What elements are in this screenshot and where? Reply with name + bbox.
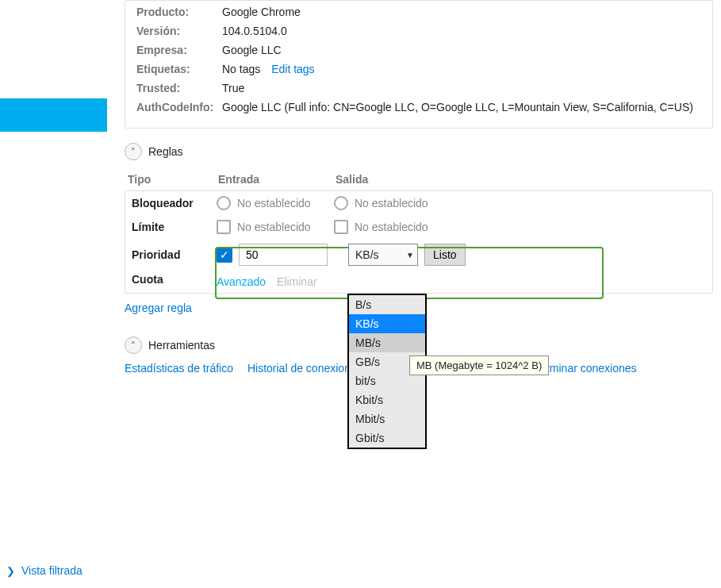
tool-link-end-connections[interactable]: Terminar conexiones <box>534 362 636 375</box>
radio-empty-icon <box>334 196 348 210</box>
check-icon: ✓ <box>220 248 229 261</box>
chevron-down-icon: ▼ <box>406 251 414 259</box>
label-empresa: Empresa: <box>136 44 222 56</box>
label-trusted: Trusted: <box>136 82 222 94</box>
info-card: Producto: Google Chrome Versión: 104.0.5… <box>125 0 713 129</box>
priority-unit-select[interactable]: KB/s ▼ <box>348 244 418 266</box>
unit-tooltip: MB (Megabyte = 1024^2 B) <box>409 355 549 375</box>
rule-row-limite: Límite No establecido No establecido <box>125 215 712 239</box>
priority-delete-link[interactable]: Eliminar <box>277 275 317 288</box>
value-trusted: True <box>222 82 701 94</box>
edit-tags-link[interactable]: Edit tags <box>271 63 314 75</box>
unit-option[interactable]: KB/s <box>349 314 425 333</box>
header-entrada: Entrada <box>218 173 336 186</box>
unit-option[interactable]: Gbit/s <box>349 429 425 448</box>
value-etiquetas: No tags <box>222 63 260 75</box>
rule-label-limite: Límite <box>125 221 217 233</box>
rule-row-prioridad: Prioridad ✓ KB/s ▼ Listo <box>125 239 712 271</box>
label-version: Versión: <box>136 25 222 37</box>
sidebar-active-item[interactable] <box>0 98 107 132</box>
chevron-up-icon: ˄ <box>131 340 136 351</box>
bloqueador-entrada-cell[interactable]: No establecido <box>217 196 334 210</box>
chevron-up-icon: ˄ <box>131 147 136 157</box>
priority-unit-selected: KB/s <box>355 248 379 261</box>
limite-salida-cell[interactable]: No establecido <box>334 220 451 234</box>
rules-section-title: Reglas <box>148 145 183 158</box>
priority-done-button[interactable]: Listo <box>424 244 466 266</box>
bloqueador-salida-cell[interactable]: No establecido <box>334 196 451 210</box>
limite-entrada-cell[interactable]: No establecido <box>217 220 334 234</box>
filtered-view-link[interactable]: ❯ Vista filtrada <box>6 564 82 577</box>
label-authcode: AuthCodeInfo: <box>136 101 222 113</box>
label-etiquetas: Etiquetas: <box>136 63 222 75</box>
filtered-view-label: Vista filtrada <box>21 564 82 577</box>
rule-label-prioridad: Prioridad <box>125 248 217 261</box>
rule-label-bloqueador: Bloqueador <box>125 197 217 209</box>
priority-value-input[interactable] <box>239 244 328 266</box>
value-producto: Google Chrome <box>222 6 701 18</box>
tool-link-traffic-stats[interactable]: Estadísticas de tráfico <box>125 362 233 375</box>
value-empresa: Google LLC <box>222 44 701 56</box>
header-tipo: Tipo <box>125 173 218 186</box>
rule-row-cuota: Cuota Avanzado Eliminar <box>125 271 712 293</box>
tool-link-conn-history[interactable]: Historial de conexiones <box>247 362 362 375</box>
add-rule-link[interactable]: Agregar regla <box>125 302 192 314</box>
priority-advanced-link[interactable]: Avanzado <box>217 275 266 288</box>
unit-option[interactable]: B/s <box>349 295 425 314</box>
unit-option[interactable]: MB/s <box>349 333 425 352</box>
unit-option[interactable]: Kbit/s <box>349 390 425 409</box>
label-producto: Producto: <box>136 6 222 18</box>
priority-enable-checkbox[interactable]: ✓ <box>217 247 232 263</box>
collapse-tools-button[interactable]: ˄ <box>125 336 142 354</box>
header-salida: Salida <box>336 173 453 186</box>
rules-table-header: Tipo Entrada Salida <box>125 168 713 190</box>
checkbox-empty-icon <box>334 220 348 234</box>
collapse-rules-button[interactable]: ˄ <box>125 143 142 160</box>
unit-option[interactable]: Mbit/s <box>349 409 425 429</box>
rule-row-bloqueador: Bloqueador No establecido No establecido <box>125 191 712 215</box>
checkbox-empty-icon <box>217 220 231 234</box>
tools-section-title: Herramientas <box>148 339 215 352</box>
value-authcode: Google LLC (Full info: CN=Google LLC, O=… <box>222 101 701 113</box>
value-version: 104.0.5104.0 <box>222 25 701 37</box>
chevron-right-icon: ❯ <box>6 565 15 577</box>
rules-card: Bloqueador No establecido No establecido… <box>125 190 713 294</box>
rule-label-cuota: Cuota <box>125 273 217 286</box>
radio-empty-icon <box>217 196 231 210</box>
